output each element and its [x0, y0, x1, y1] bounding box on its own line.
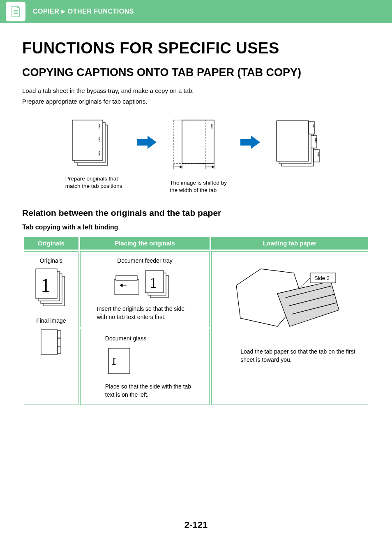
- intro-line-1: Load a tab sheet in the bypass tray, and…: [22, 86, 370, 95]
- diag3-tab-def: DEF: [315, 138, 317, 143]
- svg-marker-16: [212, 166, 214, 168]
- bypass-tray-icon: Side 2: [228, 261, 351, 343]
- breadcrumb: COPIER►OTHER FUNCTIONS: [33, 8, 134, 15]
- svg-marker-14: [180, 166, 182, 168]
- breadcrumb-part1: COPIER: [33, 8, 59, 15]
- th-loading: Loading tab paper: [211, 237, 368, 250]
- side2-label: Side 2: [314, 275, 330, 281]
- arrow-right-icon: [136, 134, 157, 150]
- svg-rect-26: [41, 330, 58, 354]
- diag1-tab-ghi: GHI: [98, 151, 101, 156]
- big-one: 1: [41, 274, 51, 296]
- diagram-caption-2-line2: the width of the tab: [170, 187, 227, 194]
- originals-stack-icon: 1: [32, 267, 69, 312]
- diagram-caption-2-line1: The image is shifted by: [170, 179, 227, 187]
- diag2-tab-abc: ABC: [210, 123, 213, 129]
- relation-subheading: Tab copying with a left binding: [22, 224, 370, 231]
- svg-rect-28: [58, 339, 61, 346]
- diagram-shift: ABC The image is shifted by the width of…: [170, 118, 227, 194]
- placing-bottom-title: Document glass: [85, 335, 205, 342]
- cell-loading: Side 2 Load the tab paper so that the ta…: [211, 251, 368, 405]
- final-image-icon: [39, 327, 63, 360]
- document-glass-icon: 1: [105, 345, 138, 378]
- intro-line-2: Prepare appropriate originals for tab ca…: [22, 97, 370, 106]
- diag1-tab-def: DEF: [98, 137, 101, 142]
- th-originals: Originals: [24, 237, 78, 250]
- svg-rect-29: [58, 347, 61, 354]
- cell-placing-bottom: Document glass 1 Place so that the side …: [80, 329, 210, 405]
- svg-rect-27: [58, 331, 61, 338]
- placing-bottom-text: Place so that the side with the tab text…: [85, 383, 205, 399]
- diagram-result: ABC DEF GHI: [273, 118, 327, 175]
- diagram-caption-1-line1: Prepare originals that: [65, 175, 124, 183]
- relation-table: Originals Placing the originals Loading …: [22, 235, 370, 407]
- copier-icon: [6, 2, 25, 21]
- breadcrumb-part2: OTHER FUNCTIONS: [68, 8, 134, 15]
- diagram-originals: ABC DEF GHI Prepare originals that match…: [65, 118, 124, 190]
- svg-marker-17: [240, 136, 260, 149]
- originals-label: Originals: [28, 257, 74, 264]
- svg-rect-30: [114, 280, 139, 294]
- cell-placing-top: Document feeder tray 1 In: [80, 251, 210, 327]
- page-number: 2-121: [0, 520, 392, 530]
- arrow-right-icon: [240, 134, 261, 150]
- svg-marker-6: [137, 136, 157, 149]
- breadcrumb-arrow-icon: ►: [60, 8, 67, 15]
- diagram-row: ABC DEF GHI Prepare originals that match…: [22, 118, 370, 194]
- relation-heading: Relation between the originals and the t…: [22, 208, 370, 218]
- th-placing: Placing the originals: [80, 237, 210, 250]
- cell-originals: Originals 1 Final image: [24, 251, 78, 405]
- diagram-caption-1-line2: match the tab positions.: [65, 183, 124, 190]
- svg-rect-5: [72, 120, 103, 160]
- placing-top-text: Insert the originals so that the side wi…: [85, 305, 205, 321]
- diag3-tab-ghi: GHI: [317, 152, 320, 157]
- placing-top-title: Document feeder tray: [85, 257, 205, 264]
- final-image-label: Final image: [28, 317, 74, 324]
- document-feeder-icon: 1: [112, 267, 178, 300]
- page-title: FUNCTIONS FOR SPECIFIC USES: [22, 39, 370, 57]
- svg-rect-7: [174, 120, 206, 164]
- svg-rect-31: [116, 275, 137, 280]
- header-bar: COPIER►OTHER FUNCTIONS: [0, 0, 392, 23]
- page-content: FUNCTIONS FOR SPECIFIC USES COPYING CAPT…: [0, 23, 392, 407]
- section-title: COPYING CAPTIONS ONTO TAB PAPER (TAB COP…: [22, 66, 370, 79]
- diag3-tab-abc: ABC: [312, 124, 315, 130]
- loading-text: Load the tab paper so that the tab on th…: [216, 348, 364, 364]
- svg-text:1: 1: [150, 275, 157, 291]
- svg-rect-8: [182, 120, 214, 164]
- svg-text:1: 1: [111, 355, 117, 367]
- diag1-tab-abc: ABC: [98, 123, 101, 129]
- svg-rect-18: [277, 121, 309, 161]
